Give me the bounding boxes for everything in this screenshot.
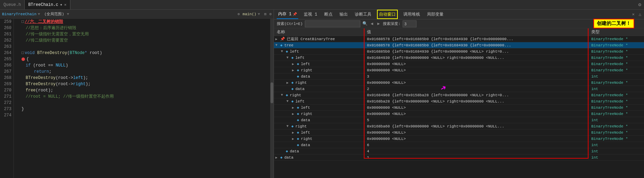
close-panel-icon[interactable]: ✕ <box>632 12 635 17</box>
row-name-text-19: data <box>284 155 293 160</box>
watch-table: 名称 值 类型 ▶📌已返回 CreatBinaryTree0x01688578 … <box>274 28 644 178</box>
code-scrollbar[interactable] <box>270 19 274 178</box>
tab-autowindow[interactable]: 自动窗口 <box>377 10 398 19</box>
expand-icon-5[interactable]: ▶ <box>292 68 296 72</box>
line-num-271: 271 <box>0 94 11 100</box>
watch-row-4[interactable]: ▶◈left0x00000000 <NULL>BinaryTreeNode * <box>274 61 644 67</box>
row-name-text-5: right <box>301 68 312 72</box>
code-text-265: { <box>26 56 29 62</box>
watch-row-2[interactable]: ▼◈left0x016885b0 {left=0x01684930 {left=… <box>274 48 644 55</box>
row-name-text-2: left <box>290 50 299 54</box>
expand-icon-15[interactable]: ▶ <box>292 131 296 135</box>
row-name-17: ◈data <box>274 143 364 147</box>
tab-watch1[interactable]: 监视 1 <box>302 10 318 19</box>
search-icon[interactable]: 🔍 <box>362 21 368 26</box>
node-icon-1: ◈ <box>280 43 283 47</box>
row-type-5: BinaryTreeNode * <box>589 68 644 72</box>
collapse-264[interactable]: □ <box>22 50 24 56</box>
tab-callstack[interactable]: 调用堆栈 <box>402 10 421 19</box>
code-text-261: //传一级指针无需置空，置空无用 <box>26 31 89 37</box>
tab-memory1[interactable]: 内存 1 📌 <box>277 10 298 19</box>
code-line-271: //root = NULL; //传一级指针置空不起作用 <box>17 94 267 100</box>
watch-row-3[interactable]: ▼◈left0x01684930 {left=0x00000000 <NULL>… <box>274 55 644 61</box>
settings-icon[interactable]: ⚙ <box>638 2 641 8</box>
node-icon-6: ◈ <box>297 74 299 79</box>
row-type-16: BinaryTreeNode * <box>589 137 644 141</box>
row-name-7: ▶◈right <box>274 80 364 85</box>
code-call2b: ); <box>86 81 91 87</box>
expand-icon-7[interactable]: ▶ <box>286 81 291 85</box>
line-num-274: 274 <box>0 112 11 118</box>
row-val-6: 3 <box>364 74 589 79</box>
expand-icon-2[interactable]: ▼ <box>281 50 285 53</box>
tab-locals[interactable]: 局部变量 <box>426 10 445 19</box>
row-type-2: BinaryTreeNode * <box>589 50 644 54</box>
expand-icon-1[interactable]: ▼ <box>275 43 280 47</box>
row-val-18: 4 <box>364 149 589 153</box>
breakpoint-265[interactable] <box>22 57 25 61</box>
code-text-271: //root = NULL; //传一级指针置空不起作用 <box>26 94 114 100</box>
tab-diagnostics[interactable]: 诊断工具 <box>353 10 373 19</box>
expand-icon-12[interactable]: ▶ <box>292 112 296 116</box>
tab-queue-h[interactable]: Queue.h <box>0 0 25 9</box>
collapse-259[interactable]: □ <box>22 19 24 25</box>
gear-icon[interactable]: ⚙ <box>269 12 272 16</box>
watch-row-10[interactable]: ▼◈left0x0168ba28 {left=0x00000000 <NULL>… <box>274 98 644 105</box>
expand-icon-11[interactable]: ▶ <box>292 106 296 110</box>
watch-row-11[interactable]: ▶◈left0x00000000 <NULL>BinaryTreeNode * <box>274 105 644 111</box>
expand-icon-16[interactable]: ▶ <box>292 137 296 141</box>
code-line-260: //思想：后序遍历进行销毁 <box>17 25 267 31</box>
toolbar-sep2: ▼ <box>67 12 69 16</box>
row-name-text-7: right <box>295 81 307 85</box>
watch-row-19[interactable]: ▶◈data1int <box>274 154 644 161</box>
pin-icon[interactable]: 📌 <box>293 12 297 16</box>
line-num-264: 264 <box>0 50 11 56</box>
nav-next-btn[interactable]: ▶ <box>376 21 381 26</box>
row-name-8: ◈data <box>274 87 364 91</box>
expand-icon-0[interactable]: ▶ <box>275 37 280 41</box>
tab-btreechain-c[interactable]: BTreeChain.c ✦ ✕ <box>25 0 70 9</box>
watch-row-14[interactable]: ▼◈right0x0168ba60 {left=0x00000000 <NULL… <box>274 123 644 130</box>
expand-icon-3[interactable]: ▼ <box>286 56 291 60</box>
watch-row-16[interactable]: ▶◈right0x00000000 <NULL>BinaryTreeNode * <box>274 136 644 142</box>
row-name-text-10: left <box>295 99 304 104</box>
row-type-17: int <box>589 143 644 147</box>
code-text-260: //思想：后序遍历进行销毁 <box>26 25 76 31</box>
tab-close-button[interactable]: ✕ <box>64 2 67 7</box>
tab-breakpoints[interactable]: 断点 <box>323 10 334 19</box>
node-icon-19: ◈ <box>280 155 283 160</box>
split-icon[interactable]: ⊞ <box>264 12 267 16</box>
watch-row-12[interactable]: ▶◈right0x00000000 <NULL>BinaryTreeNode * <box>274 111 644 117</box>
expand-icon-4[interactable]: ▶ <box>292 62 296 66</box>
collapse-panel-icon[interactable]: △ <box>639 12 641 17</box>
expand-icon-19[interactable]: ▶ <box>275 155 280 160</box>
node-icon-11: ◈ <box>297 105 299 110</box>
watch-row-5[interactable]: ▶◈right0x00000000 <NULL>BinaryTreeNode * <box>274 67 644 73</box>
row-name-text-13: data <box>301 118 310 122</box>
code-paren2: ) <box>66 62 68 69</box>
watch-row-1[interactable]: ▼◈tree0x01688578 {left=0x016885b0 {left=… <box>274 42 644 48</box>
watch-row-13[interactable]: ◈data5int <box>274 117 644 123</box>
watch-row-18[interactable]: ◈data4int <box>274 148 644 154</box>
expand-icon-14[interactable]: ▼ <box>286 124 291 128</box>
search-input[interactable] <box>305 20 360 27</box>
code-line-274 <box>17 112 267 118</box>
watch-row-6[interactable]: ◈data3int <box>274 73 644 80</box>
expand-icon-10[interactable]: ▼ <box>286 99 291 103</box>
watch-row-15[interactable]: ▶◈left0x00000000 <NULL>BinaryTreeNode * <box>274 130 644 136</box>
row-type-8: int <box>589 87 644 91</box>
scope-label: (全局范围) <box>44 11 64 17</box>
line-num-265: 265 <box>0 56 11 62</box>
code-scrollbar-thumb[interactable] <box>271 82 273 103</box>
nav-prev-btn[interactable]: ◀ <box>370 21 374 26</box>
depth-input[interactable] <box>403 20 417 27</box>
expand-icon-9[interactable]: ▼ <box>281 93 285 97</box>
watch-row-9[interactable]: ▼◈right0x01684968 {left=0x0158ba28 {left… <box>274 92 644 98</box>
watch-row-17[interactable]: ◈data6int <box>274 142 644 148</box>
watch-row-0[interactable]: ▶📌已返回 CreatBinaryTree0x01688578 {left=0x… <box>274 36 644 42</box>
watch-row-7[interactable]: ▶◈right0x00000000 <NULL>BinaryTreeNode * <box>274 80 644 86</box>
tab-output[interactable]: 输出 <box>338 10 349 19</box>
watch-row-8[interactable]: ◈data2int <box>274 86 644 92</box>
code-type-btnode: BTNode <box>70 50 85 56</box>
code-line-268: BTreeDestroy (root-> left ); <box>17 75 267 81</box>
